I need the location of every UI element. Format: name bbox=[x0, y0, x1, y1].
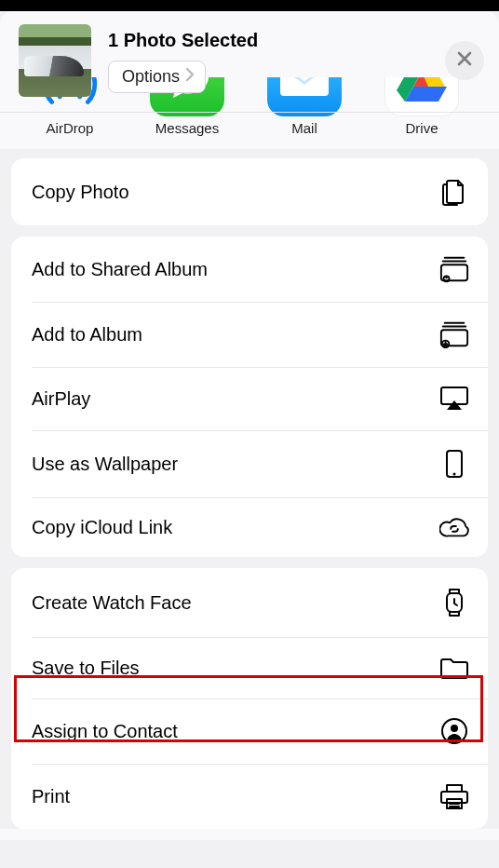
share-target-messages[interactable]: Messages bbox=[128, 113, 246, 136]
action-label: Add to Album bbox=[32, 324, 142, 346]
album-plus-icon bbox=[439, 320, 469, 348]
status-bar-area bbox=[0, 0, 499, 11]
svg-point-13 bbox=[453, 473, 456, 476]
action-add-album[interactable]: Add to Album bbox=[11, 302, 488, 367]
close-button[interactable] bbox=[445, 41, 484, 80]
printer-icon bbox=[439, 782, 469, 810]
action-label: Assign to Contact bbox=[32, 721, 178, 742]
action-label: Copy Photo bbox=[32, 182, 129, 203]
svg-point-16 bbox=[451, 725, 458, 732]
action-label: Print bbox=[32, 786, 70, 807]
action-airplay[interactable]: AirPlay bbox=[11, 367, 488, 430]
phone-icon bbox=[439, 449, 469, 479]
action-label: Add to Shared Album bbox=[32, 259, 208, 280]
copy-doc-icon bbox=[439, 177, 469, 207]
share-targets-row[interactable]: AirDrop Messages Mail Drive bbox=[0, 113, 499, 149]
svg-rect-6 bbox=[441, 264, 467, 280]
svg-rect-17 bbox=[441, 792, 467, 803]
action-group: Add to Shared Album Add to Album AirPlay… bbox=[11, 237, 488, 557]
action-label: AirPlay bbox=[32, 388, 90, 410]
airplay-icon bbox=[439, 386, 469, 412]
share-target-mail[interactable]: Mail bbox=[246, 113, 363, 136]
share-target-drive[interactable]: Drive bbox=[363, 113, 480, 136]
close-icon bbox=[456, 50, 473, 71]
header-title-area: 1 Photo Selected Options bbox=[108, 28, 445, 93]
contact-icon bbox=[439, 717, 469, 745]
share-target-label: Drive bbox=[363, 120, 480, 136]
action-copy-photo[interactable]: Copy Photo bbox=[11, 158, 488, 225]
shared-album-icon bbox=[439, 255, 469, 283]
share-target-airdrop[interactable]: AirDrop bbox=[11, 113, 128, 136]
share-target-label: Messages bbox=[128, 120, 246, 136]
share-sheet-header: 1 Photo Selected Options bbox=[0, 11, 499, 113]
action-label: Save to Files bbox=[32, 658, 140, 679]
action-assign-contact[interactable]: Assign to Contact bbox=[11, 698, 488, 764]
cloud-link-icon bbox=[439, 516, 469, 538]
action-label: Create Watch Face bbox=[32, 592, 192, 614]
options-button[interactable]: Options bbox=[108, 61, 206, 93]
share-target-label: Mail bbox=[246, 120, 363, 136]
chevron-right-icon bbox=[185, 67, 196, 87]
action-watch-face[interactable]: Create Watch Face bbox=[11, 568, 488, 637]
action-add-shared-album[interactable]: Add to Shared Album bbox=[11, 237, 488, 302]
selection-title: 1 Photo Selected bbox=[108, 30, 445, 51]
share-target-label: AirDrop bbox=[11, 120, 128, 136]
folder-icon bbox=[439, 656, 469, 680]
action-label: Use as Wallpaper bbox=[32, 454, 178, 475]
action-group: Create Watch Face Save to Files Assign t… bbox=[11, 568, 488, 829]
action-icloud-link[interactable]: Copy iCloud Link bbox=[11, 497, 488, 557]
selection-thumbnail[interactable] bbox=[19, 24, 91, 97]
share-sheet: 1 Photo Selected Options AirDrop Message… bbox=[0, 11, 499, 840]
action-wallpaper[interactable]: Use as Wallpaper bbox=[11, 430, 488, 497]
svg-point-8 bbox=[445, 277, 448, 279]
action-print[interactable]: Print bbox=[11, 764, 488, 829]
options-button-label: Options bbox=[122, 67, 180, 87]
action-label: Copy iCloud Link bbox=[32, 517, 172, 538]
action-group: Copy Photo bbox=[11, 158, 488, 225]
action-save-files[interactable]: Save to Files bbox=[11, 637, 488, 698]
watch-icon bbox=[439, 587, 469, 618]
actions-area: Copy Photo Add to Shared Album Add to Al… bbox=[0, 149, 499, 829]
